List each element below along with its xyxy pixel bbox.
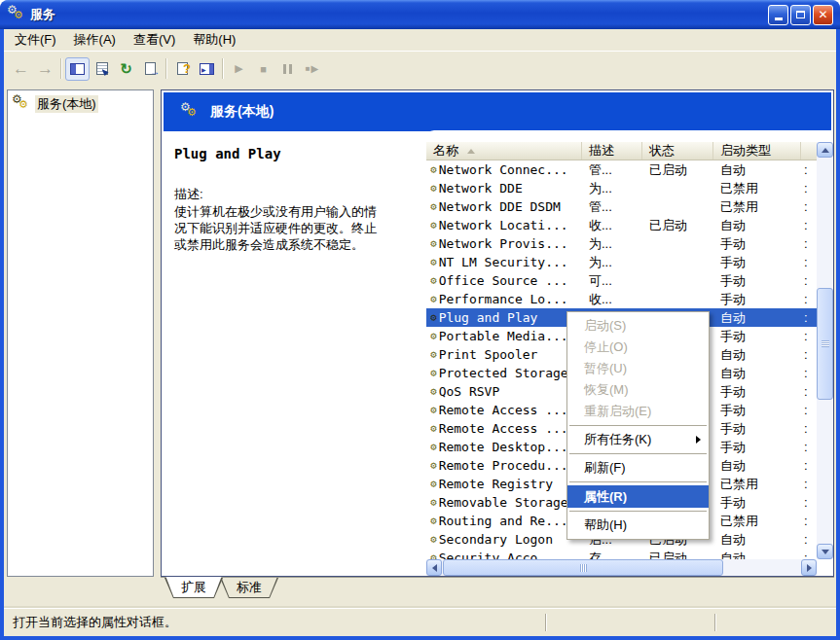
scroll-grip [580, 564, 587, 572]
service-logon-clip-cell: : [801, 419, 815, 438]
service-row[interactable]: ⚙Office Source ...可...手动: [426, 271, 817, 290]
scroll-right-button[interactable] [801, 559, 817, 576]
service-startup-cell: 手动 [713, 493, 801, 512]
service-name-cell: ⚙Plug and Play [426, 308, 582, 327]
service-logon-clip-cell: : [801, 308, 815, 327]
service-startup-cell: 自动 [713, 216, 801, 234]
service-name-cell: ⚙Performance Lo... [426, 290, 582, 308]
service-row[interactable]: ⚙NT LM Security...为...手动: [426, 253, 817, 271]
close-icon: ✕ [818, 9, 827, 20]
scroll-down-button[interactable] [817, 544, 833, 559]
service-gear-icon: ⚙ [430, 479, 437, 489]
context-menu-item-help[interactable]: 帮助(H) [567, 515, 709, 536]
context-menu-item-refresh[interactable]: 刷新(F) [567, 457, 709, 479]
service-row[interactable]: ⚙Performance Lo...收...手动: [426, 290, 817, 308]
service-name-cell: ⚙Network DDE DSDM [426, 197, 582, 216]
context-menu-item-all-tasks[interactable]: 所有任务(K) [567, 429, 709, 450]
service-row[interactable]: ⚙Network Provis...为...手动: [426, 234, 817, 253]
service-startup-cell: 自动 [713, 308, 801, 327]
export-list-button[interactable] [138, 57, 163, 81]
service-startup-cell: 已禁用 [713, 197, 801, 216]
service-name-cell: ⚙Remote Access ... [426, 419, 582, 438]
tree-item-label: 服务(本地) [35, 95, 98, 113]
service-startup-cell: 手动 [713, 438, 801, 456]
start-service-button[interactable] [227, 57, 251, 81]
tab-standard[interactable]: 标准 [220, 578, 278, 598]
close-button[interactable]: ✕ [813, 5, 833, 25]
service-startup-cell: 已禁用 [713, 179, 801, 197]
description-text: 使计算机在极少或没有用户输入的情况下能识别并适应硬件的更改。终止或禁用此服务会造… [174, 203, 384, 253]
service-desc-cell: 管... [582, 197, 642, 216]
scroll-up-button[interactable] [817, 142, 833, 158]
menu-item-1[interactable]: 操作(A) [65, 29, 125, 51]
service-startup-cell: 已禁用 [713, 512, 801, 530]
maximize-button[interactable] [790, 5, 811, 25]
minimize-button[interactable] [768, 5, 788, 25]
service-status-cell [642, 271, 713, 290]
service-gear-icon: ⚙ [430, 312, 437, 323]
horizontal-scrollbar[interactable] [426, 559, 817, 576]
scroll-grip [822, 340, 829, 347]
context-menu-item-start[interactable]: 启动(S) [567, 315, 709, 337]
service-row[interactable]: ⚙Network Locati...收...已启动自动: [426, 216, 817, 234]
sort-ascending-icon [467, 149, 475, 154]
back-button[interactable] [9, 57, 33, 81]
title-bar: ⚙⚙ 服务 ✕ [0, 0, 840, 29]
menu-separator [569, 425, 707, 426]
menu-item-3[interactable]: 帮助(H) [184, 29, 244, 51]
restart-icon [306, 63, 319, 74]
service-gear-icon: ⚙ [430, 534, 437, 545]
service-name-cell: ⚙Portable Media... [426, 327, 582, 345]
context-menu-item-properties[interactable]: 属性(R) [567, 485, 709, 508]
service-logon-clip-cell: : [801, 253, 815, 271]
column-header-3[interactable]: 状态 [642, 142, 713, 160]
help-button[interactable] [170, 57, 195, 81]
service-status-cell [642, 179, 713, 197]
context-menu-item-restart[interactable]: 重新启动(E) [567, 401, 709, 422]
show-hide-console-tree-button[interactable] [65, 57, 90, 81]
service-gear-icon: ⚙ [430, 349, 437, 360]
service-gear-icon: ⚙ [430, 275, 437, 286]
scroll-left-icon [428, 564, 437, 572]
column-header-2[interactable]: 描述 [582, 142, 642, 160]
context-menu-item-resume[interactable]: 恢复(M) [567, 379, 709, 401]
scroll-left-button[interactable] [426, 559, 442, 576]
service-name-cell: ⚙NT LM Security... [426, 253, 582, 271]
header-filler [801, 142, 817, 160]
service-logon-clip-cell: : [801, 234, 815, 253]
tab-extended[interactable]: 扩展 [164, 578, 223, 598]
stop-service-button[interactable] [251, 57, 275, 81]
vertical-scrollbar[interactable] [817, 142, 833, 559]
service-row[interactable]: ⚙Network DDE DSDM管...已禁用: [426, 197, 817, 216]
list-header: 名称描述状态启动类型 [426, 142, 817, 160]
refresh-icon [120, 61, 132, 76]
horizontal-scroll-thumb[interactable] [443, 559, 723, 576]
service-gear-icon: ⚙ [430, 183, 437, 194]
menu-item-0[interactable]: 文件(F) [6, 29, 65, 51]
column-header-1[interactable]: 名称 [426, 142, 582, 160]
service-startup-cell: 手动 [713, 234, 801, 253]
pause-service-button[interactable] [275, 57, 300, 81]
maximize-icon [796, 11, 805, 18]
toolbar [4, 53, 836, 85]
column-header-4[interactable]: 启动类型 [713, 142, 801, 160]
service-gear-icon: ⚙ [430, 516, 437, 526]
minimize-icon [775, 18, 783, 20]
forward-button[interactable] [33, 57, 57, 81]
restart-service-button[interactable] [300, 57, 324, 81]
properties-button[interactable] [90, 57, 114, 81]
refresh-button[interactable] [114, 57, 138, 81]
scroll-right-icon [807, 564, 816, 572]
service-gear-icon: ⚙ [430, 257, 437, 267]
service-name-cell: ⚙Network Locati... [426, 216, 582, 234]
menu-item-2[interactable]: 查看(V) [125, 29, 184, 51]
context-menu-item-stop[interactable]: 停止(O) [567, 337, 709, 358]
service-desc-cell: 为... [582, 253, 642, 271]
status-bar: 打开当前选择的属性对话框。 [4, 608, 836, 636]
show-hide-action-pane-button[interactable] [195, 57, 219, 81]
tree-item-services-local[interactable]: ⚙⚙ 服务(本地) [10, 95, 100, 113]
service-row[interactable]: ⚙Network Connec...管...已启动自动: [426, 160, 817, 179]
context-menu-item-pause[interactable]: 暂停(U) [567, 358, 709, 379]
service-row[interactable]: ⚙Network DDE为...已禁用: [426, 179, 817, 197]
vertical-scroll-thumb[interactable] [817, 288, 833, 400]
